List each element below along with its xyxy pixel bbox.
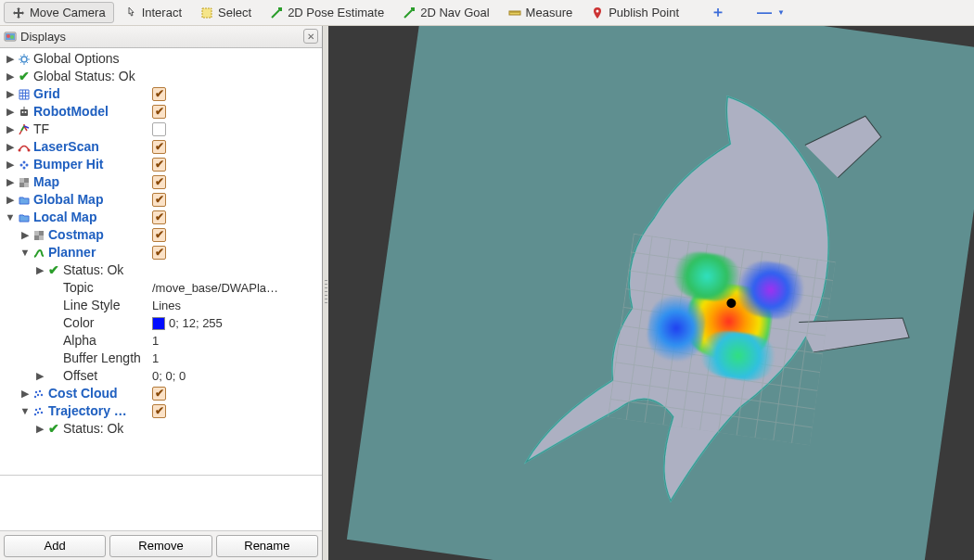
tree-row[interactable]: ▼Planner✔: [0, 244, 322, 261]
close-displays-button[interactable]: ✕: [303, 29, 318, 44]
publish-point-label: Publish Point: [609, 6, 679, 19]
tree-row[interactable]: ▶Grid✔: [0, 85, 322, 103]
nav-goal-tool[interactable]: 2D Nav Goal: [394, 2, 497, 23]
svg-point-13: [20, 163, 23, 166]
remove-button[interactable]: Remove: [109, 535, 211, 557]
expand-arrow[interactable]: ▶: [33, 367, 46, 385]
expand-arrow[interactable]: ▶: [4, 121, 17, 138]
tree-row[interactable]: Topic/move_base/DWAPla…: [0, 279, 322, 297]
tree-label: Grid: [33, 85, 60, 103]
visibility-checkbox[interactable]: ✔: [152, 105, 166, 119]
tree-label: Cost Cloud: [48, 385, 118, 402]
publish-point-tool[interactable]: Publish Point: [583, 2, 687, 23]
svg-point-12: [28, 148, 31, 151]
minus-icon: —: [757, 5, 772, 21]
visibility-checkbox[interactable]: ✔: [152, 228, 166, 242]
displays-title: Displays: [20, 30, 66, 44]
tree-row[interactable]: Color0; 12; 255: [0, 314, 322, 332]
row-icon: [17, 123, 32, 136]
tree-row[interactable]: Buffer Length1: [0, 350, 322, 367]
rename-button[interactable]: Rename: [216, 535, 318, 557]
nav-goal-icon: [403, 6, 416, 19]
color-swatch: [152, 317, 165, 330]
measure-tool[interactable]: Measure: [500, 2, 582, 23]
nav-goal-label: 2D Nav Goal: [420, 6, 489, 19]
tree-row[interactable]: ▶✔Status: Ok: [0, 261, 322, 279]
tree-row[interactable]: ▼Trajectory …✔: [0, 402, 322, 420]
tree-row[interactable]: Alpha1: [0, 332, 322, 350]
svg-point-16: [23, 166, 26, 169]
expand-arrow[interactable]: ▶: [4, 50, 17, 68]
visibility-checkbox[interactable]: ✔: [152, 175, 166, 189]
visibility-checkbox[interactable]: ✔: [152, 158, 166, 172]
svg-rect-19: [24, 183, 29, 187]
expand-arrow[interactable]: ▶: [4, 103, 17, 121]
expand-arrow[interactable]: ▶: [33, 420, 46, 438]
row-icon: [17, 88, 32, 101]
svg-rect-8: [20, 109, 28, 116]
row-icon: [17, 159, 32, 172]
tree-label: Trajectory …: [48, 402, 127, 420]
tree-row[interactable]: ▶Global Options: [0, 50, 322, 68]
tree-row[interactable]: ▶Costmap✔: [0, 226, 322, 244]
tree-row[interactable]: Line StyleLines: [0, 297, 322, 314]
tree-row[interactable]: ▶Bumper Hit✔: [0, 156, 322, 173]
expand-arrow[interactable]: ▶: [4, 156, 17, 173]
tree-row[interactable]: ▶Offset0; 0; 0: [0, 367, 322, 385]
panel-buttons: Add Remove Rename: [0, 530, 322, 560]
tree-label: LaserScan: [33, 138, 99, 156]
expand-arrow[interactable]: ▼: [19, 244, 32, 261]
measure-label: Measure: [526, 6, 573, 19]
displays-tree[interactable]: ▶Global Options▶✔Global Status: Ok▶Grid✔…: [0, 48, 322, 475]
expand-arrow[interactable]: ▼: [19, 402, 32, 420]
expand-arrow[interactable]: ▶: [4, 191, 17, 209]
svg-point-27: [34, 395, 36, 397]
select-tool[interactable]: Select: [192, 2, 260, 23]
svg-point-11: [19, 148, 21, 151]
visibility-checkbox[interactable]: ✔: [152, 404, 166, 418]
expand-arrow[interactable]: ▶: [4, 138, 17, 156]
visibility-checkbox[interactable]: ✔: [152, 140, 166, 154]
visibility-checkbox[interactable]: ✔: [152, 87, 166, 101]
visibility-checkbox[interactable]: ✔: [152, 193, 166, 207]
tree-row[interactable]: ▶Global Map✔: [0, 191, 322, 209]
expand-arrow[interactable]: ▶: [19, 385, 32, 402]
remove-tool-button[interactable]: —▼: [749, 1, 793, 25]
move-camera-icon: [12, 6, 25, 19]
expand-arrow[interactable]: ▼: [4, 209, 17, 226]
expand-arrow[interactable]: ▶: [19, 226, 32, 244]
expand-arrow[interactable]: ▶: [4, 85, 17, 103]
svg-rect-0: [202, 8, 211, 18]
svg-point-5: [6, 34, 10, 38]
row-icon: ✔: [17, 68, 32, 85]
tree-label: Offset: [63, 367, 97, 385]
property-value: 1: [152, 332, 159, 350]
expand-arrow[interactable]: ▶: [4, 173, 17, 191]
property-value: 0; 0; 0: [152, 367, 186, 385]
visibility-checkbox[interactable]: [152, 122, 166, 136]
interact-tool[interactable]: Interact: [116, 2, 190, 23]
svg-rect-21: [34, 231, 39, 235]
expand-arrow[interactable]: ▶: [4, 68, 17, 85]
3d-viewport[interactable]: [328, 26, 974, 560]
tree-row[interactable]: ▼Local Map✔: [0, 209, 322, 226]
svg-point-15: [26, 163, 29, 166]
move-camera-tool[interactable]: Move Camera: [4, 2, 114, 23]
visibility-checkbox[interactable]: ✔: [152, 246, 166, 260]
tree-row[interactable]: ▶✔Global Status: Ok: [0, 68, 322, 85]
expand-arrow[interactable]: ▶: [33, 261, 46, 279]
visibility-checkbox[interactable]: ✔: [152, 387, 166, 401]
visibility-checkbox[interactable]: ✔: [152, 210, 166, 224]
pose-estimate-tool[interactable]: 2D Pose Estimate: [262, 2, 392, 23]
tree-label: Alpha: [63, 332, 96, 350]
add-tool-button[interactable]: ＋: [702, 0, 734, 26]
tree-row[interactable]: ▶TF: [0, 121, 322, 138]
add-button[interactable]: Add: [4, 535, 106, 557]
tree-row[interactable]: ▶✔Status: Ok: [0, 420, 322, 438]
tree-row[interactable]: ▶Cost Cloud✔: [0, 385, 322, 402]
tree-row[interactable]: ▶LaserScan✔: [0, 138, 322, 156]
tree-label: Buffer Length: [63, 350, 141, 367]
tree-row[interactable]: ▶RobotModel✔: [0, 103, 322, 121]
pose-estimate-icon: [270, 6, 283, 19]
tree-row[interactable]: ▶Map✔: [0, 173, 322, 191]
